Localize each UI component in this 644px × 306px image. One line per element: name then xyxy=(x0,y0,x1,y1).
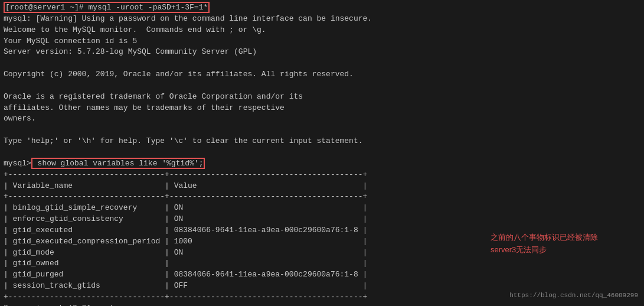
sidebar-note-line2: server3无法同步 xyxy=(491,245,547,254)
command-highlight-box: [root@server1 ~]# mysql -uroot -paSD+1-3… xyxy=(4,2,210,13)
sidebar-note: 之前的八个事物标识已经被清除 server3无法同步 xyxy=(491,232,598,256)
terminal-line: owners. xyxy=(4,113,481,125)
terminal-line: Oracle is a registered trademark of Orac… xyxy=(4,92,481,103)
terminal-line: | session_track_gtids | OFF | xyxy=(4,281,481,292)
terminal-line: +----------------------------------+----… xyxy=(4,170,481,181)
mysql-command-highlight-box: show global variables like '%gtid%'; xyxy=(31,158,205,169)
terminal-line: affiliates. Other names may be trademark… xyxy=(4,103,481,114)
terminal-line: | gtid_executed | 08384066-9641-11ea-a9e… xyxy=(4,225,481,236)
terminal-line: +----------------------------------+----… xyxy=(4,191,481,203)
terminal-line: | Variable_name | Value | xyxy=(4,181,481,192)
sidebar-url: https://blog.csdn.net/qq_46089299 xyxy=(509,292,638,299)
terminal-line: Server version: 5.7.28-log MySQL Communi… xyxy=(4,47,481,58)
terminal-line: | gtid_mode | ON | xyxy=(4,248,481,259)
terminal-line: Type 'help;' or '\h' for help. Type '\c'… xyxy=(4,136,481,147)
terminal-line: Welcome to the MySQL monitor. Commands e… xyxy=(4,25,481,36)
terminal-line: mysql> show global variables like '%gtid… xyxy=(4,158,481,170)
terminal-line xyxy=(4,125,481,136)
terminal-line: [root@server1 ~]# mysql -uroot -paSD+1-3… xyxy=(4,2,481,14)
terminal-line: +----------------------------------+----… xyxy=(4,292,481,303)
terminal-line: 8 rows in set (0.01 sec) xyxy=(4,303,481,306)
terminal-line: | gtid_owned | | xyxy=(4,258,481,269)
sidebar-area: 之前的八个事物标识已经被清除 server3无法同步 https://blog.… xyxy=(485,0,644,306)
terminal-area: [root@server1 ~]# mysql -uroot -paSD+1-3… xyxy=(0,0,485,306)
terminal-line xyxy=(4,80,481,92)
terminal-line xyxy=(4,58,481,69)
terminal-line: | binlog_gtid_simple_recovery | ON | xyxy=(4,203,481,214)
terminal-line: Your MySQL connection id is 5 xyxy=(4,36,481,47)
terminal-line xyxy=(4,147,481,158)
terminal-line: Copyright (c) 2000, 2019, Oracle and/or … xyxy=(4,69,481,80)
terminal-line: | gtid_executed_compression_period | 100… xyxy=(4,236,481,248)
mysql-prompt: mysql> xyxy=(4,159,31,168)
terminal-line: mysql: [Warning] Using a password on the… xyxy=(4,14,481,25)
sidebar-note-line1: 之前的八个事物标识已经被清除 xyxy=(491,233,598,242)
terminal-line: | enforce_gtid_consistency | ON | xyxy=(4,214,481,225)
terminal-line: | gtid_purged | 08384066-9641-11ea-a9ea-… xyxy=(4,269,481,281)
